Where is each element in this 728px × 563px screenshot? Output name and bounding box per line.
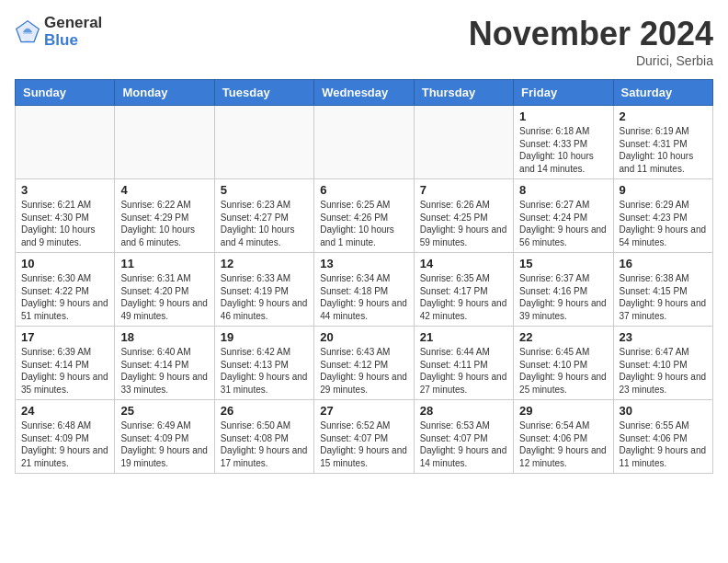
day-cell: 5Sunrise: 6:23 AM Sunset: 4:27 PM Daylig…	[214, 179, 313, 253]
day-number: 19	[221, 330, 308, 344]
week-row-5: 24Sunrise: 6:48 AM Sunset: 4:09 PM Dayli…	[16, 400, 713, 474]
day-info: Sunrise: 6:42 AM Sunset: 4:13 PM Dayligh…	[221, 346, 308, 396]
day-number: 9	[620, 183, 707, 197]
day-cell	[214, 106, 313, 179]
col-tuesday: Tuesday	[214, 80, 313, 106]
day-number: 27	[320, 404, 407, 418]
day-number: 10	[21, 257, 108, 270]
day-info: Sunrise: 6:35 AM Sunset: 4:17 PM Dayligh…	[420, 272, 507, 322]
day-number: 26	[221, 404, 308, 418]
day-info: Sunrise: 6:23 AM Sunset: 4:27 PM Dayligh…	[221, 199, 308, 248]
logo-text: General Blue	[44, 15, 102, 49]
col-wednesday: Wednesday	[314, 80, 414, 106]
week-row-2: 3Sunrise: 6:21 AM Sunset: 4:30 PM Daylig…	[16, 179, 713, 253]
day-cell: 17Sunrise: 6:39 AM Sunset: 4:14 PM Dayli…	[16, 327, 115, 400]
day-cell: 13Sunrise: 6:34 AM Sunset: 4:18 PM Dayli…	[314, 253, 414, 327]
day-info: Sunrise: 6:25 AM Sunset: 4:26 PM Dayligh…	[320, 199, 407, 248]
day-info: Sunrise: 6:21 AM Sunset: 4:30 PM Dayligh…	[21, 199, 108, 248]
day-number: 23	[620, 330, 707, 344]
week-row-4: 17Sunrise: 6:39 AM Sunset: 4:14 PM Dayli…	[16, 327, 713, 400]
day-number: 18	[120, 330, 208, 344]
day-cell: 29Sunrise: 6:54 AM Sunset: 4:06 PM Dayli…	[514, 400, 613, 474]
day-info: Sunrise: 6:53 AM Sunset: 4:07 PM Dayligh…	[420, 419, 507, 469]
day-number: 5	[221, 183, 308, 197]
logo: General Blue	[15, 15, 102, 49]
day-cell: 30Sunrise: 6:55 AM Sunset: 4:06 PM Dayli…	[613, 400, 712, 474]
day-cell	[16, 106, 115, 179]
day-cell: 6Sunrise: 6:25 AM Sunset: 4:26 PM Daylig…	[314, 179, 414, 253]
month-title: November 2024	[469, 15, 713, 53]
day-info: Sunrise: 6:33 AM Sunset: 4:19 PM Dayligh…	[221, 272, 308, 322]
day-cell: 11Sunrise: 6:31 AM Sunset: 4:20 PM Dayli…	[115, 253, 214, 327]
calendar-header: Sunday Monday Tuesday Wednesday Thursday…	[16, 80, 713, 106]
day-number: 17	[21, 330, 108, 344]
day-info: Sunrise: 6:34 AM Sunset: 4:18 PM Dayligh…	[320, 272, 407, 322]
logo-general: General	[44, 15, 102, 32]
day-cell: 2Sunrise: 6:19 AM Sunset: 4:31 PM Daylig…	[613, 106, 712, 179]
day-info: Sunrise: 6:40 AM Sunset: 4:14 PM Dayligh…	[120, 346, 208, 396]
col-friday: Friday	[514, 80, 613, 106]
day-cell: 24Sunrise: 6:48 AM Sunset: 4:09 PM Dayli…	[16, 400, 115, 474]
day-info: Sunrise: 6:54 AM Sunset: 4:06 PM Dayligh…	[519, 419, 607, 469]
col-saturday: Saturday	[613, 80, 712, 106]
day-cell: 19Sunrise: 6:42 AM Sunset: 4:13 PM Dayli…	[214, 327, 313, 400]
day-cell: 15Sunrise: 6:37 AM Sunset: 4:16 PM Dayli…	[514, 253, 613, 327]
location: Durici, Serbia	[469, 53, 713, 68]
day-cell: 23Sunrise: 6:47 AM Sunset: 4:10 PM Dayli…	[613, 327, 712, 400]
day-info: Sunrise: 6:47 AM Sunset: 4:10 PM Dayligh…	[620, 346, 707, 396]
title-area: November 2024 Durici, Serbia	[469, 15, 713, 68]
day-cell	[414, 106, 513, 179]
day-info: Sunrise: 6:55 AM Sunset: 4:06 PM Dayligh…	[620, 419, 707, 469]
col-sunday: Sunday	[16, 80, 115, 106]
day-info: Sunrise: 6:31 AM Sunset: 4:20 PM Dayligh…	[120, 272, 208, 322]
day-number: 6	[320, 183, 407, 197]
day-info: Sunrise: 6:45 AM Sunset: 4:10 PM Dayligh…	[519, 346, 607, 396]
logo-blue: Blue	[44, 32, 102, 50]
day-info: Sunrise: 6:37 AM Sunset: 4:16 PM Dayligh…	[519, 272, 607, 322]
day-number: 2	[620, 109, 707, 123]
day-cell: 21Sunrise: 6:44 AM Sunset: 4:11 PM Dayli…	[414, 327, 513, 400]
day-cell: 10Sunrise: 6:30 AM Sunset: 4:22 PM Dayli…	[16, 253, 115, 327]
col-monday: Monday	[115, 80, 214, 106]
day-number: 14	[420, 257, 507, 270]
page-header: General Blue November 2024 Durici, Serbi…	[15, 15, 713, 68]
day-info: Sunrise: 6:30 AM Sunset: 4:22 PM Dayligh…	[21, 272, 108, 322]
day-cell: 16Sunrise: 6:38 AM Sunset: 4:15 PM Dayli…	[613, 253, 712, 327]
day-info: Sunrise: 6:38 AM Sunset: 4:15 PM Dayligh…	[620, 272, 707, 322]
day-cell: 9Sunrise: 6:29 AM Sunset: 4:23 PM Daylig…	[613, 179, 712, 253]
col-thursday: Thursday	[414, 80, 513, 106]
header-row: Sunday Monday Tuesday Wednesday Thursday…	[16, 80, 713, 106]
day-number: 15	[519, 257, 607, 270]
day-info: Sunrise: 6:26 AM Sunset: 4:25 PM Dayligh…	[420, 199, 507, 248]
day-number: 22	[519, 330, 607, 344]
day-info: Sunrise: 6:18 AM Sunset: 4:33 PM Dayligh…	[519, 125, 607, 175]
day-number: 24	[21, 404, 108, 418]
day-cell: 25Sunrise: 6:49 AM Sunset: 4:09 PM Dayli…	[115, 400, 214, 474]
day-number: 16	[620, 257, 707, 270]
day-info: Sunrise: 6:39 AM Sunset: 4:14 PM Dayligh…	[21, 346, 108, 396]
day-cell: 28Sunrise: 6:53 AM Sunset: 4:07 PM Dayli…	[414, 400, 513, 474]
logo-icon	[15, 19, 40, 45]
day-number: 11	[120, 257, 208, 270]
day-number: 20	[320, 330, 407, 344]
day-number: 28	[420, 404, 507, 418]
day-number: 25	[120, 404, 208, 418]
day-info: Sunrise: 6:19 AM Sunset: 4:31 PM Dayligh…	[620, 125, 707, 175]
week-row-1: 1Sunrise: 6:18 AM Sunset: 4:33 PM Daylig…	[16, 106, 713, 179]
day-number: 7	[420, 183, 507, 197]
day-number: 4	[120, 183, 208, 197]
day-cell: 3Sunrise: 6:21 AM Sunset: 4:30 PM Daylig…	[16, 179, 115, 253]
day-info: Sunrise: 6:49 AM Sunset: 4:09 PM Dayligh…	[120, 419, 208, 469]
day-info: Sunrise: 6:50 AM Sunset: 4:08 PM Dayligh…	[221, 419, 308, 469]
calendar-body: 1Sunrise: 6:18 AM Sunset: 4:33 PM Daylig…	[16, 106, 713, 474]
day-number: 8	[519, 183, 607, 197]
day-cell: 26Sunrise: 6:50 AM Sunset: 4:08 PM Dayli…	[214, 400, 313, 474]
day-info: Sunrise: 6:52 AM Sunset: 4:07 PM Dayligh…	[320, 419, 407, 469]
week-row-3: 10Sunrise: 6:30 AM Sunset: 4:22 PM Dayli…	[16, 253, 713, 327]
day-info: Sunrise: 6:48 AM Sunset: 4:09 PM Dayligh…	[21, 419, 108, 469]
day-cell: 14Sunrise: 6:35 AM Sunset: 4:17 PM Dayli…	[414, 253, 513, 327]
day-number: 29	[519, 404, 607, 418]
day-number: 13	[320, 257, 407, 270]
day-cell	[314, 106, 414, 179]
day-number: 12	[221, 257, 308, 270]
